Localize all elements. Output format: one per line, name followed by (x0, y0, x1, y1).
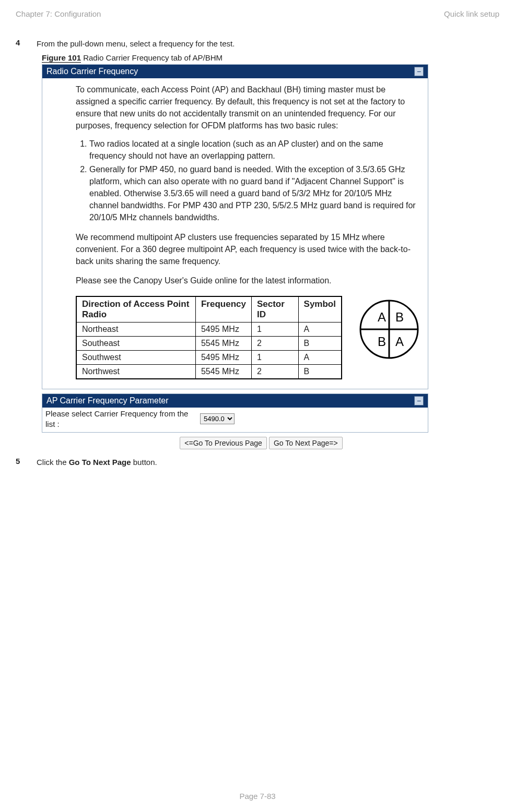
cell-sector-id: 1 (251, 323, 298, 337)
cell-symbol: A (298, 351, 342, 365)
table-row: Northwest 5545 MHz 2 B (76, 365, 342, 379)
panel-title: Radio Carrier Frequency (46, 67, 138, 76)
panel-title: AP Carrier Frequency Parameter (46, 396, 169, 405)
step-text: From the pull-down menu, select a freque… (37, 38, 499, 50)
radio-carrier-frequency-panel: Radio Carrier Frequency − To communicate… (42, 64, 428, 390)
step-number: 4 (16, 38, 22, 47)
diagram-tl-label: A (378, 310, 386, 324)
cell-frequency: 5495 MHz (195, 323, 251, 337)
figure-label: Figure 101 (42, 53, 81, 63)
intro-paragraph: To communicate, each Access Point (AP) a… (76, 83, 420, 132)
header-right: Quick link setup (444, 9, 499, 18)
panel-body: To communicate, each Access Point (AP) a… (42, 78, 428, 389)
step-text: Click the Go To Next Page button. (37, 457, 499, 469)
collapse-icon[interactable]: − (414, 67, 424, 76)
rule-1: Two radios located at a single location … (89, 138, 420, 162)
cell-direction: Northeast (76, 323, 195, 337)
figure-panel-area: Radio Carrier Frequency − To communicate… (42, 64, 428, 450)
frequency-table: Direction of Access Point Radio Frequenc… (76, 296, 342, 379)
cell-symbol: B (298, 337, 342, 351)
go-to-previous-page-button[interactable]: <=Go To Previous Page (180, 437, 266, 449)
see-paragraph: Please see the Canopy User's Guide onlin… (76, 274, 420, 286)
diagram-bl-label: B (378, 335, 386, 349)
recommend-paragraph: We recommend multipoint AP clusters use … (76, 231, 420, 268)
carrier-frequency-select[interactable]: 5490.0 (200, 413, 235, 424)
step5-pre: Click the (37, 458, 69, 467)
ap-carrier-frequency-parameter-panel: AP Carrier Frequency Parameter − Please … (42, 393, 428, 433)
panel-header: AP Carrier Frequency Parameter − (42, 394, 428, 408)
rule-2: Generally for PMP 450, no guard band is … (89, 163, 420, 224)
th-direction: Direction of Access Point Radio (76, 296, 195, 323)
figure-title: Radio Carrier Frequency tab of AP/BHM (81, 53, 223, 62)
page-footer: Page 7-83 (0, 792, 515, 801)
cell-symbol: B (298, 365, 342, 379)
step5-bold: Go To Next Page (69, 458, 131, 467)
sector-diagram-icon: A B B A (358, 298, 420, 363)
table-diagram-row: Direction of Access Point Radio Frequenc… (76, 296, 420, 379)
rules-list: Two radios located at a single location … (76, 138, 420, 223)
cell-direction: Northwest (76, 365, 195, 379)
cell-direction: Southwest (76, 351, 195, 365)
cell-frequency: 5545 MHz (195, 365, 251, 379)
cell-sector-id: 2 (251, 337, 298, 351)
table-row: Northeast 5495 MHz 1 A (76, 323, 342, 337)
collapse-icon[interactable]: − (414, 396, 424, 405)
carrier-frequency-label: Please select Carrier Frequency from the… (45, 409, 197, 429)
page-header: Chapter 7: Configuration Quick link setu… (16, 9, 499, 18)
table-row: Southwest 5495 MHz 1 A (76, 351, 342, 365)
th-symbol: Symbol (298, 296, 342, 323)
cell-sector-id: 1 (251, 351, 298, 365)
step-5: 5 Click the Go To Next Page button. (16, 457, 499, 469)
figure-caption: Figure 101 Radio Carrier Frequency tab o… (42, 53, 499, 62)
go-to-next-page-button[interactable]: Go To Next Page=> (269, 437, 343, 449)
table-header-row: Direction of Access Point Radio Frequenc… (76, 296, 342, 323)
step-4: 4 From the pull-down menu, select a freq… (16, 38, 499, 50)
cell-sector-id: 2 (251, 365, 298, 379)
cell-frequency: 5495 MHz (195, 351, 251, 365)
th-sector-id: Sector ID (251, 296, 298, 323)
header-left: Chapter 7: Configuration (16, 9, 101, 18)
panel-body: Please select Carrier Frequency from the… (42, 408, 428, 432)
th-frequency: Frequency (195, 296, 251, 323)
diagram-br-label: A (395, 335, 404, 349)
cell-direction: Southeast (76, 337, 195, 351)
nav-row: <=Go To Previous Page Go To Next Page=> (68, 437, 454, 449)
diagram-tr-label: B (395, 310, 404, 324)
cell-symbol: A (298, 323, 342, 337)
step-number: 5 (16, 457, 22, 465)
document-page: Chapter 7: Configuration Quick link setu… (0, 0, 515, 812)
table-row: Southeast 5545 MHz 2 B (76, 337, 342, 351)
panel-header: Radio Carrier Frequency − (42, 65, 428, 78)
step5-post: button. (131, 458, 157, 467)
cell-frequency: 5545 MHz (195, 337, 251, 351)
